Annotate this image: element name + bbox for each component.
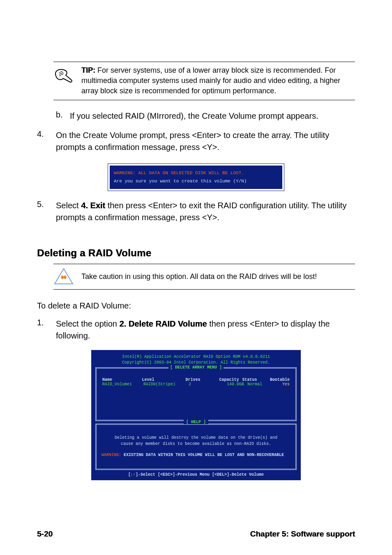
bios-title2: Copyright(C) 2003-04 Intel Corporation. … [91,360,301,366]
cell-name: RAID_Volume1 [102,382,143,387]
tip-body: For server systems, use of a lower array… [81,66,340,95]
tip-block: TIP: For server systems, use of a lower … [53,62,355,100]
step1-option: 2. Delete RAID Volume [120,319,207,328]
col-capacity: Capacity [207,378,242,382]
help-warn-text: EXISTING DATA WITHIN THIS VOLUME WILL BE… [121,453,284,457]
bios-help-border: [ HELP ] [95,424,297,425]
step-text: Select the option 2. Delete RAID Volume … [56,318,355,342]
page-footer: 5-20 Chapter 5: Software support [37,530,355,539]
cell-status: Normal [247,382,276,387]
section-heading: Deleting a RAID Volume [37,247,355,259]
col-level: Level [142,378,185,382]
step1-pre: Select the option [56,319,120,328]
caution-block: Take caution in using this option. All d… [53,264,355,290]
caution-text: Take caution in using this option. All d… [81,272,317,282]
bios-menu-title: [ DELETE ARRAY MENU ] [168,365,224,370]
hand-icon [53,66,74,87]
chapter-title: Chapter 5: Software support [250,530,355,539]
step-num: 5. [37,200,50,223]
table-row[interactable]: RAID_Volume1 RAID0(Stripe) 2 149.0GB Nor… [102,382,290,387]
substep-letter: b. [56,110,65,122]
page-number: 5-20 [37,530,53,539]
col-status: Status [242,378,270,382]
page: TIP: For server systems, use of a lower … [0,0,392,555]
cell-capacity: 149.0GB [211,382,247,387]
bios-menu-border: [ DELETE ARRAY MENU ] [95,367,297,372]
intro-line: To delete a RAID Volume: [37,301,355,311]
col-bootable: Bootable [270,378,290,382]
col-drives: Drives [185,378,207,382]
help-line2: cause any member disks to become availab… [101,441,291,447]
step-num: 4. [37,129,50,153]
help-warn-label: WARNING: [101,453,121,457]
cell-drives: 2 [189,382,211,387]
bios-help-title: [ HELP ] [184,420,208,424]
help-warning: WARNING: EXISTING DATA WITHIN THIS VOLUM… [101,453,291,457]
bios-help: Deleting a volume will destroy the volum… [95,425,297,470]
warning-icon [53,267,74,286]
step-5: 5. Select 4. Exit then press <Enter> to … [37,200,355,223]
confirm-dialog: WARNING: ALL DATA ON SELECTED DISK WILL … [108,164,284,191]
confirm-prompt: Are you sure you want to create this vol… [114,177,278,186]
tip-label: TIP: [81,66,95,74]
step-text: Select 4. Exit then press <Enter> to exi… [56,200,355,223]
bios-table: Name Level Drives Capacity Status Bootab… [95,372,297,421]
step-text: On the Create Volume prompt, press <Ente… [56,129,355,153]
confirm-warning: WARNING: ALL DATA ON SELECTED DISK WILL … [114,169,278,177]
table-header: Name Level Drives Capacity Status Bootab… [102,378,290,382]
step-num: 1. [37,318,50,342]
tip-text: TIP: For server systems, use of a lower … [81,65,355,97]
substep-b: b. If you selected RAID (MIrrored), the … [56,110,355,122]
step5-pre: Select [56,201,81,210]
step-1: 1. Select the option 2. Delete RAID Volu… [37,318,355,342]
cell-level: RAID0(Stripe) [143,382,189,387]
step-4: 4. On the Create Volume prompt, press <E… [37,129,355,153]
bios-screen: Intel(R) Application Accelerator RAID Op… [91,350,301,480]
col-name: Name [102,378,142,382]
substep-text: If you selected RAID (MIrrored), the Cre… [70,110,318,122]
help-line1: Deleting a volume will destroy the volum… [101,435,291,441]
step5-option: 4. Exit [81,201,105,210]
cell-bootable: Yes [276,382,290,387]
bios-title1: Intel(R) Application Accelerator RAID Op… [91,354,301,360]
bios-footer: [↓↑]-Select [<ESC>]-Previous Menu [<DEL>… [91,470,301,477]
